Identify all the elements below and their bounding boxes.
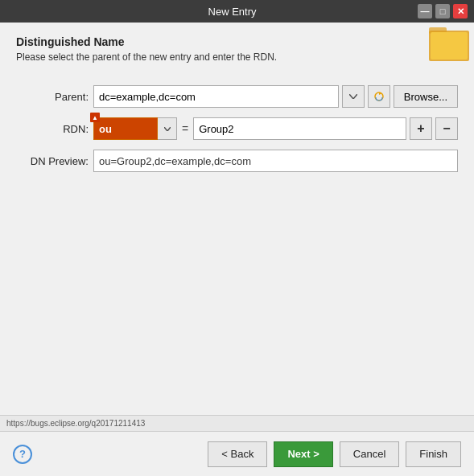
refresh-icon-button[interactable] — [368, 85, 390, 108]
status-url: https://bugs.eclipse.org/q20171211413 — [6, 419, 145, 428]
window-title: New Entry — [47, 6, 418, 18]
header-area: Distinguished Name Please select the par… — [16, 35, 458, 63]
back-button[interactable]: < Back — [208, 441, 267, 467]
close-button[interactable]: ✕ — [453, 4, 468, 18]
minimize-button[interactable]: — — [418, 4, 432, 18]
parent-row: Parent: dc=example,dc=com — [16, 85, 458, 108]
browse-button[interactable]: Browse... — [394, 85, 458, 108]
parent-input-group: dc=example,dc=com Browse... — [93, 85, 458, 108]
window-controls: — □ ✕ — [418, 4, 468, 18]
refresh-icon — [373, 90, 385, 103]
parent-select[interactable]: dc=example,dc=com — [93, 85, 339, 108]
parent-dropdown-arrow[interactable] — [342, 85, 365, 108]
parent-select-value: dc=example,dc=com — [99, 91, 196, 103]
bottom-left: ? — [13, 445, 32, 464]
rdn-row: RDN: ▲ = + − — [16, 117, 458, 140]
rdn-type-input[interactable] — [93, 117, 158, 140]
rdn-label: RDN: — [16, 123, 89, 135]
chevron-down-icon — [349, 94, 357, 99]
chevron-down-icon — [164, 127, 171, 131]
cancel-button[interactable]: Cancel — [340, 441, 399, 467]
next-button[interactable]: Next > — [274, 441, 332, 467]
title-bar: New Entry — □ ✕ — [0, 0, 474, 23]
section-subtitle: Please select the parent of the new entr… — [16, 51, 458, 63]
dn-preview-input — [93, 150, 458, 172]
remove-rdn-button[interactable]: − — [435, 117, 458, 140]
bottom-right: < Back Next > Cancel Finish — [208, 441, 461, 467]
equals-sign: = — [180, 122, 190, 135]
status-bar: https://bugs.eclipse.org/q20171211413 — [0, 415, 474, 431]
rdn-type-dropdown-arrow[interactable] — [158, 117, 177, 140]
maximize-button[interactable]: □ — [435, 4, 450, 18]
bottom-bar: ? < Back Next > Cancel Finish — [0, 431, 474, 476]
dn-preview-row: DN Preview: — [16, 150, 458, 172]
finish-button[interactable]: Finish — [406, 441, 461, 467]
parent-label: Parent: — [16, 91, 89, 103]
form-area: Parent: dc=example,dc=com — [16, 85, 458, 172]
rdn-value-input[interactable] — [193, 117, 406, 140]
rdn-type-container: ▲ — [93, 117, 177, 140]
rdn-badge: ▲ — [90, 113, 100, 122]
main-content: Distinguished Name Please select the par… — [0, 23, 474, 415]
dn-preview-label: DN Preview: — [16, 155, 89, 167]
help-button[interactable]: ? — [13, 445, 32, 464]
section-title: Distinguished Name — [16, 35, 458, 48]
add-rdn-button[interactable]: + — [410, 117, 432, 140]
rdn-input-group: ▲ = + − — [93, 117, 458, 140]
